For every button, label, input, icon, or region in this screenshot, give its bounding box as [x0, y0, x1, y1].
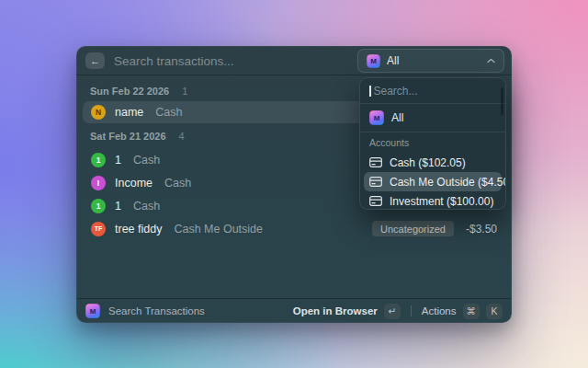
payee-avatar: 1	[91, 153, 106, 167]
credit-card-icon	[369, 157, 382, 167]
dropdown-section-accounts: Accounts	[360, 132, 505, 153]
back-button[interactable]: ←	[85, 52, 105, 69]
credit-card-icon	[369, 177, 382, 187]
dropdown-item-label: Investment ($100.00)	[390, 195, 493, 208]
account-filter-dropdown-button[interactable]: All	[357, 49, 504, 73]
payee-avatar: N	[91, 105, 106, 120]
chevron-up-icon	[487, 58, 495, 63]
open-in-browser-action[interactable]: Open in Browser ↵	[293, 304, 401, 319]
lunch-money-app-icon	[85, 304, 100, 318]
dropdown-search-input[interactable]: Search...	[360, 78, 505, 103]
account-filter-dropdown-panel: Search... All Accounts Cash ($102.05)	[359, 77, 506, 210]
dropdown-item-all[interactable]: All	[360, 104, 505, 132]
enter-key-icon: ↵	[384, 304, 401, 319]
dropdown-scrollbar[interactable]	[501, 87, 503, 115]
k-key-icon: K	[486, 304, 503, 319]
group-date: Sat Feb 21 2026	[90, 131, 166, 142]
transaction-amount: -$3.50	[466, 223, 497, 236]
separator	[411, 305, 412, 316]
search-transactions-window: ← Search transactions... All Sun Feb 22 …	[76, 46, 512, 323]
transaction-account: Cash	[164, 177, 191, 190]
group-count: 1	[182, 86, 187, 97]
transaction-row-tree-fiddy[interactable]: TF tree fiddy Cash Me Outside Uncategori…	[83, 217, 505, 240]
text-cursor	[369, 86, 371, 97]
command-name: Search Transactions	[108, 305, 205, 316]
group-date: Sun Feb 22 2026	[90, 86, 169, 97]
dropdown-item-label: Cash Me Outside ($4.50)	[390, 176, 506, 189]
payee-avatar: I	[91, 176, 106, 190]
transaction-account: Cash	[133, 200, 160, 213]
transaction-account: Cash	[155, 106, 182, 119]
category-badge: Uncategorized	[372, 221, 454, 236]
dropdown-item-investment[interactable]: Investment ($100.00)	[364, 191, 502, 210]
payee-avatar: TF	[91, 222, 106, 236]
transaction-payee: tree fiddy	[115, 223, 162, 236]
search-input[interactable]: Search transactions...	[114, 54, 348, 68]
transaction-account: Cash Me Outside	[174, 223, 263, 236]
command-key-icon: ⌘	[463, 304, 481, 319]
transaction-account: Cash	[133, 154, 160, 167]
desktop-background: ← Search transactions... All Sun Feb 22 …	[0, 0, 588, 368]
actions-label: Actions	[422, 305, 457, 316]
transaction-payee: Income	[115, 177, 153, 190]
top-bar: ← Search transactions... All	[76, 46, 512, 75]
dropdown-item-cash[interactable]: Cash ($102.05)	[364, 153, 502, 172]
payee-avatar: 1	[91, 199, 106, 213]
lunch-money-app-icon	[367, 54, 380, 68]
transaction-payee: 1	[115, 154, 121, 167]
status-bar: Search Transactions Open in Browser ↵ Ac…	[76, 298, 512, 323]
dropdown-item-cash-me-outside[interactable]: Cash Me Outside ($4.50)	[364, 172, 502, 191]
dropdown-search-placeholder: Search...	[374, 85, 418, 98]
primary-action-label: Open in Browser	[293, 305, 378, 316]
filter-selected-value: All	[387, 54, 481, 67]
lunch-money-app-icon	[369, 110, 384, 125]
transaction-payee: name	[115, 106, 143, 119]
dropdown-item-label: All	[391, 111, 403, 124]
credit-card-icon	[369, 196, 382, 206]
transaction-payee: 1	[115, 200, 121, 213]
actions-menu-button[interactable]: Actions ⌘ K	[422, 304, 503, 319]
dropdown-item-label: Cash ($102.05)	[390, 156, 466, 169]
group-count: 4	[179, 131, 185, 142]
